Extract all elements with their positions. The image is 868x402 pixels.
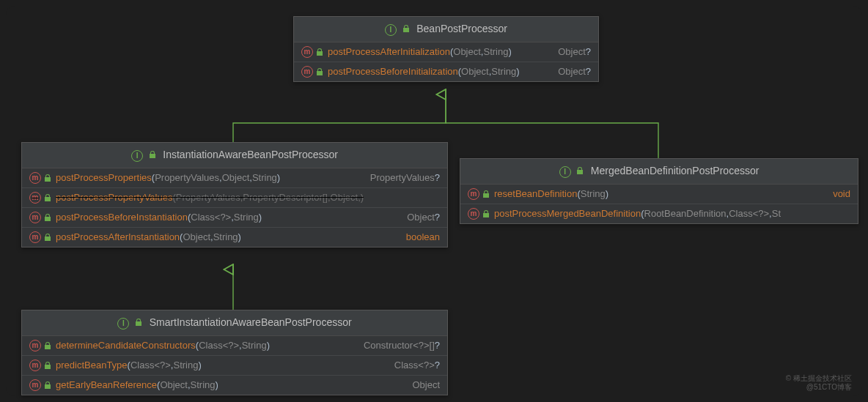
class-header: I MergedBeanDefinitionPostProcessor [460,159,858,185]
interface-icon: I [385,24,397,36]
method-name: postProcessProperties [56,172,152,183]
method-icon: m [301,46,313,58]
method-row[interactable]: mpostProcessAfterInstantiation(Object, S… [22,228,447,247]
method-list: mpostProcessAfterInitialization(Object, … [294,42,598,81]
class-title: SmartInstantiationAwareBeanPostProcessor [150,316,352,328]
method-row[interactable]: mpostProcessProperties(PropertyValues, O… [22,168,447,188]
method-name: resetBeanDefinition [494,188,577,199]
class-header: I BeanPostProcessor [294,17,598,42]
method-icon: m [29,231,41,243]
method-row[interactable]: mpostProcessBeforeInitialization(Object,… [294,62,598,81]
method-row[interactable]: mpredictBeanType(Class<?>, String)Class<… [22,356,447,376]
class-title: MergedBeanDefinitionPostProcessor [591,165,760,176]
method-icon: m [29,172,41,184]
method-icon: m [468,208,479,220]
lock-icon [316,48,323,56]
return-type: Class<?>? [394,360,440,371]
lock-icon [135,319,142,326]
return-type: void [833,188,850,199]
class-box-iabpp[interactable]: I InstantiationAwareBeanPostProcessor mp… [21,142,448,247]
method-row[interactable]: mpostProcessPropertyValues(PropertyValue… [22,188,447,208]
method-icon: m [29,192,41,204]
class-box-siabpp[interactable]: I SmartInstantiationAwareBeanPostProcess… [21,310,448,395]
lock-icon [316,68,323,75]
class-header: I SmartInstantiationAwareBeanPostProcess… [22,310,447,336]
lock-icon [44,342,51,349]
lock-icon [44,362,51,369]
class-box-bpp[interactable]: I BeanPostProcessor mpostProcessAfterIni… [293,16,599,82]
method-icon: m [29,212,41,223]
return-type: Constructor<?>[]? [364,340,440,351]
method-name: postProcessBeforeInstantiation [56,212,188,223]
method-icon: m [29,360,41,371]
method-row[interactable]: mpostProcessBeforeInstantiation(Class<?>… [22,208,447,228]
return-type: Object? [558,66,591,77]
method-icon: m [468,188,479,200]
lock-icon [402,25,410,32]
return-type: boolean [406,231,440,242]
interface-icon: I [559,166,571,178]
method-list: mpostProcessProperties(PropertyValues, O… [22,168,447,247]
lock-icon [44,174,51,182]
method-name: postProcessAfterInitialization [328,46,450,57]
method-name: determineCandidateConstructors [56,340,196,351]
interface-icon: I [131,150,143,162]
lock-icon [149,151,156,158]
method-icon: m [301,66,313,78]
lock-icon [482,190,490,198]
method-list: mdetermineCandidateConstructors(Class<?>… [22,336,447,395]
return-type: Object? [558,46,591,57]
return-type: Object? [407,212,440,223]
method-name: predictBeanType [56,360,128,371]
method-name: getEarlyBeanReference [56,379,157,390]
class-header: I InstantiationAwareBeanPostProcessor [22,143,447,168]
return-type: Object [412,379,440,390]
lock-icon [44,234,51,241]
watermark: © 稀土掘金技术社区 @51CTO博客 [786,374,852,392]
method-list: mresetBeanDefinition(String)voidmpostPro… [460,185,858,223]
return-type: PropertyValues? [370,172,440,183]
method-icon: m [29,379,41,391]
lock-icon [44,194,51,201]
class-title: BeanPostProcessor [416,23,507,34]
lock-icon [576,167,584,174]
method-name: postProcessBeforeInitialization [328,66,458,77]
method-name: postProcessMergedBeanDefinition [494,208,641,219]
method-icon: m [29,340,41,351]
method-row[interactable]: mpostProcessMergedBeanDefinition(RootBea… [460,204,858,223]
method-name: postProcessPropertyValues [56,192,172,203]
class-title: InstantiationAwareBeanPostProcessor [163,149,338,160]
method-name: postProcessAfterInstantiation [56,231,180,242]
method-row[interactable]: mgetEarlyBeanReference(Object, String)Ob… [22,376,447,395]
lock-icon [44,381,51,389]
method-row[interactable]: mpostProcessAfterInitialization(Object, … [294,42,598,62]
method-row[interactable]: mresetBeanDefinition(String)void [460,185,858,204]
interface-icon: I [117,318,129,330]
lock-icon [482,210,490,217]
lock-icon [44,214,51,221]
method-row[interactable]: mdetermineCandidateConstructors(Class<?>… [22,336,447,356]
class-box-mbdpp[interactable]: I MergedBeanDefinitionPostProcessor mres… [460,158,858,224]
